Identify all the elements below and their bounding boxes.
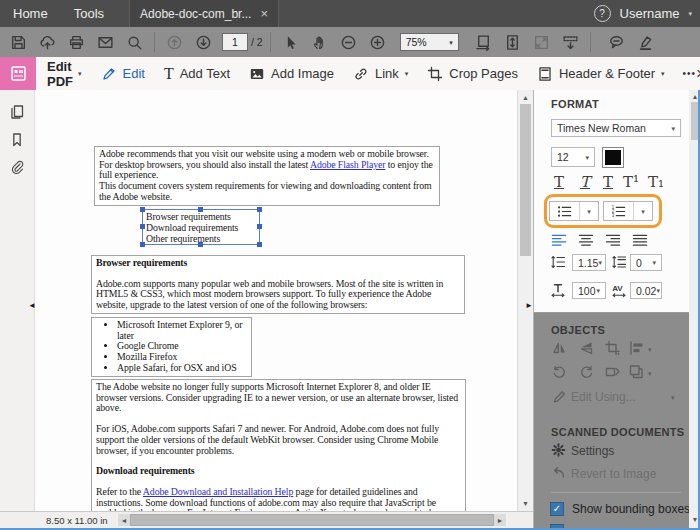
horizontal-scale-select[interactable]: 100 ▾ [572, 282, 606, 299]
numbered-list-dropdown[interactable]: ▾ [633, 202, 652, 220]
document-tab[interactable]: Adobe-doc-com_br... × [129, 0, 279, 27]
link-button[interactable]: Link ▾ [353, 66, 408, 82]
align-left-button[interactable] [551, 234, 568, 248]
tab-home[interactable]: Home [0, 0, 61, 27]
section-paragraph: Adobe.com supports many popular web and … [96, 279, 460, 311]
header-footer-button[interactable]: Header & Footer ▾ [537, 66, 665, 82]
list-item: Microsoft Internet Explorer 9, or later [117, 320, 247, 341]
text-box-notes[interactable]: The Adobe website no longer fully suppor… [91, 379, 466, 511]
format-title: FORMAT [551, 98, 599, 110]
highlight-button[interactable] [631, 29, 660, 55]
bulleted-list-button[interactable]: ▾ [549, 201, 599, 221]
bold-button[interactable]: T [549, 174, 569, 193]
edit-using-button: Edit Using... [571, 390, 636, 404]
selected-text-box[interactable]: Browser requirements Download requiremen… [142, 209, 260, 245]
scrollbar-thumb[interactable] [520, 104, 531, 256]
cloud-upload-icon [39, 34, 56, 51]
numbered-list-button[interactable]: 123 ▾ [603, 201, 653, 221]
line-spacing-select[interactable]: 1.15 ▾ [572, 254, 606, 271]
print-button[interactable] [62, 29, 91, 55]
zoom-level-select[interactable]: 75% ▾ [400, 33, 459, 51]
scroll-right-icon[interactable]: ► [494, 517, 506, 524]
text-box-intro[interactable]: Adobe recommends that you visit our webs… [94, 146, 440, 206]
resize-handle[interactable] [257, 207, 262, 212]
add-text-button[interactable]: T Add Text [164, 66, 230, 82]
section-heading: Download requirements [96, 466, 461, 477]
scroll-down-icon[interactable]: ▼ [518, 500, 533, 507]
subscript-button[interactable]: T₁ [646, 174, 666, 193]
find-button[interactable] [120, 29, 149, 55]
save-button[interactable] [4, 29, 33, 55]
close-tab-icon[interactable]: × [260, 6, 268, 21]
email-button[interactable] [91, 29, 120, 55]
crop-pages-button[interactable]: Crop Pages [427, 66, 518, 82]
settings-button[interactable]: Settings [571, 444, 614, 458]
resize-handle[interactable] [198, 242, 203, 247]
presentation-button[interactable] [556, 29, 585, 55]
resize-handle[interactable] [257, 224, 262, 229]
edit-button[interactable]: Edit [101, 66, 145, 82]
zoom-out-icon [340, 34, 357, 51]
chevron-down-icon: ▾ [671, 394, 675, 401]
underline-button[interactable]: T [598, 174, 618, 193]
svg-text:3: 3 [612, 213, 615, 218]
italic-button[interactable]: T [575, 174, 595, 193]
zoom-in-button[interactable] [363, 29, 392, 55]
align-center-button[interactable] [578, 234, 595, 248]
fit-page-button[interactable] [498, 29, 527, 55]
edit-pdf-menu[interactable]: Edit PDF ▾ [47, 59, 82, 89]
next-page-button[interactable] [189, 29, 218, 55]
download-help-link[interactable]: Adobe Download and Installation Help [143, 486, 293, 497]
add-image-button[interactable]: Add Image [249, 66, 334, 82]
font-color-swatch[interactable] [602, 147, 624, 168]
hand-tool-button[interactable] [305, 29, 334, 55]
section-heading: Browser requirements [96, 258, 460, 269]
collapse-right-panel-handle[interactable]: ► [525, 302, 533, 310]
tab-tools[interactable]: Tools [61, 0, 117, 27]
more-options-button[interactable]: ••• [683, 68, 697, 79]
resize-handle[interactable] [198, 207, 203, 212]
bulleted-list-dropdown[interactable]: ▾ [579, 202, 598, 220]
zoom-out-button[interactable] [334, 29, 363, 55]
justify-button[interactable] [632, 234, 649, 248]
share-button[interactable] [33, 29, 62, 55]
toc-line: Browser requirements [146, 211, 259, 222]
align-right-button[interactable] [605, 234, 622, 248]
flash-player-link[interactable]: Adobe Flash Player [310, 159, 385, 170]
chevron-down-icon: ▾ [648, 370, 652, 377]
resize-handle[interactable] [140, 224, 145, 229]
scrollbar-thumb[interactable] [130, 514, 494, 526]
font-size-select[interactable]: 12 ▾ [551, 147, 595, 167]
comment-button[interactable] [602, 29, 631, 55]
resize-handle[interactable] [140, 242, 145, 247]
scroll-left-icon[interactable]: ◄ [118, 517, 130, 524]
paragraph-spacing-select[interactable]: 0 ▾ [630, 254, 662, 271]
bookmarks-button[interactable] [6, 130, 28, 150]
username-menu[interactable]: Username [620, 6, 680, 21]
horizontal-scrollbar[interactable]: ◄ ► [118, 514, 506, 526]
show-bounding-boxes-checkbox[interactable]: ✓ [550, 502, 564, 516]
character-spacing-select[interactable]: 0.02 ▾ [630, 282, 662, 299]
scrolling-mode-button[interactable] [469, 29, 498, 55]
attachments-button[interactable] [6, 158, 28, 178]
comment-bubble-icon [608, 34, 625, 51]
rotate-left-icon [551, 364, 568, 380]
text-box-browser-section[interactable]: Browser requirements Adobe.com supports … [91, 255, 465, 314]
select-tool-button[interactable] [276, 29, 305, 55]
scroll-up-icon[interactable]: ▲ [518, 94, 533, 101]
chevron-down-icon: ▾ [641, 208, 645, 215]
font-size-value: 12 [557, 151, 569, 163]
page-number-input[interactable] [222, 33, 248, 51]
superscript-button[interactable]: T¹ [621, 174, 641, 193]
font-family-select[interactable]: Times New Roman ▾ [551, 119, 681, 137]
help-icon[interactable]: ? [594, 5, 611, 22]
resize-handle[interactable] [257, 242, 262, 247]
close-tool-button[interactable]: × [696, 65, 700, 82]
text-box-browser-list[interactable]: Microsoft Internet Explorer 9, or later … [91, 317, 252, 377]
page-thumbnails-button[interactable] [6, 102, 28, 122]
chevron-down-icon: ▾ [587, 208, 591, 215]
numbered-list-icon: 123 [604, 204, 633, 219]
document-canvas[interactable]: Adobe recommends that you visit our webs… [35, 90, 517, 511]
resize-handle[interactable] [140, 207, 145, 212]
flip-horizontal-button [551, 340, 570, 357]
